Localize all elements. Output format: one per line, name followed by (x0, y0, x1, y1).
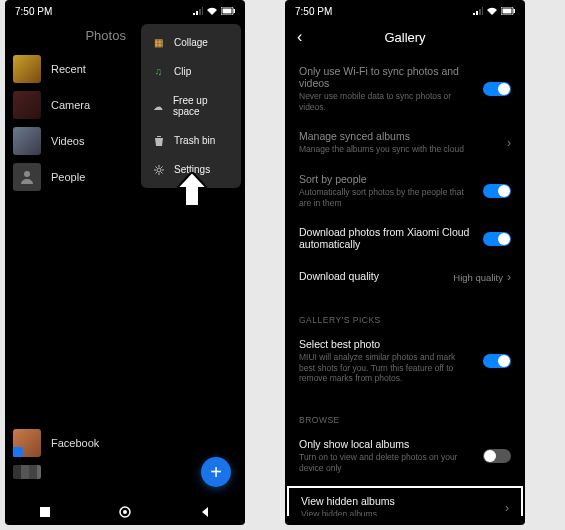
svg-point-7 (123, 510, 127, 514)
row-download-quality[interactable]: Download quality High quality › (299, 261, 511, 293)
album-label: Videos (51, 135, 84, 147)
setting-subtitle: Automatically sort photos by the people … (299, 187, 473, 208)
setting-title: View hidden albums (301, 495, 495, 507)
status-bar: 7:50 PM (285, 0, 525, 22)
album-thumb (13, 163, 41, 191)
album-thumb (13, 465, 41, 479)
album-label: Recent (51, 63, 86, 75)
setting-title: Manage synced albums (299, 130, 497, 142)
setting-title: Download quality (299, 270, 443, 282)
setting-title: Only show local albums (299, 438, 473, 450)
setting-subtitle: Never use mobile data to sync photos or … (299, 91, 473, 112)
plus-icon: + (210, 461, 222, 484)
settings-header: ‹ Gallery (285, 22, 525, 56)
row-view-hidden-albums[interactable]: View hidden albums View hidden albums › (301, 488, 509, 516)
status-time: 7:50 PM (15, 6, 52, 17)
back-button[interactable]: ‹ (297, 28, 302, 46)
row-download-auto[interactable]: Download photos from Xiaomi Cloud automa… (299, 217, 511, 261)
setting-subtitle: View hidden albums (301, 509, 495, 516)
setting-subtitle: Manage the albums you sync with the clou… (299, 144, 497, 155)
status-icons (193, 7, 235, 15)
menu-label: Trash bin (174, 135, 215, 146)
svg-rect-5 (40, 507, 50, 517)
nav-home-icon[interactable] (118, 505, 132, 519)
annotation-arrow-icon (177, 172, 207, 206)
album-thumb (13, 55, 41, 83)
cloud-icon: ☁ (153, 101, 163, 112)
menu-trash-bin[interactable]: Trash bin (141, 126, 241, 155)
battery-icon (221, 7, 235, 15)
menu-label: Free up space (173, 95, 229, 117)
page-title: Gallery (285, 30, 525, 45)
chevron-right-icon: › (507, 136, 511, 150)
wifi-icon (207, 7, 217, 15)
signal-icon (193, 7, 203, 15)
album-thumb (13, 91, 41, 119)
add-fab-button[interactable]: + (201, 457, 231, 487)
album-label: Camera (51, 99, 90, 111)
toggle-switch[interactable] (483, 354, 511, 368)
svg-rect-2 (234, 9, 236, 13)
toggle-switch[interactable] (483, 82, 511, 96)
person-icon (18, 168, 36, 186)
album-thumb (13, 127, 41, 155)
row-select-best-photo[interactable]: Select best photo MIUI will analyze simi… (299, 329, 511, 393)
setting-title: Download photos from Xiaomi Cloud automa… (299, 226, 473, 250)
album-thumb (13, 429, 41, 457)
chevron-right-icon: › (507, 270, 511, 284)
collage-icon: ▦ (153, 37, 164, 48)
status-time: 7:50 PM (295, 6, 332, 17)
signal-icon (473, 7, 483, 15)
row-manage-synced[interactable]: Manage synced albums Manage the albums y… (299, 121, 511, 164)
section-gallerys-picks: GALLERY'S PICKS (299, 315, 511, 325)
setting-subtitle: Turn on to view and delete photos on you… (299, 452, 473, 473)
trash-icon (153, 135, 164, 146)
toggle-switch[interactable] (483, 184, 511, 198)
music-icon: ♫ (153, 66, 164, 77)
overflow-menu: ▦ Collage ♫ Clip ☁ Free up space Trash b… (141, 24, 241, 188)
nav-back-icon[interactable] (199, 506, 211, 518)
row-wifi-sync[interactable]: Only use Wi-Fi to sync photos and videos… (299, 56, 511, 121)
menu-clip[interactable]: ♫ Clip (141, 57, 241, 86)
svg-point-4 (157, 168, 161, 172)
photos-app-screen: 7:50 PM Photos A Recent Camera Videos Pe… (5, 0, 245, 525)
album-label: Facebook (51, 437, 99, 449)
menu-free-up-space[interactable]: ☁ Free up space (141, 86, 241, 126)
battery-icon (501, 7, 515, 15)
album-facebook[interactable]: Facebook (13, 429, 237, 457)
setting-subtitle: MIUI will analyze similar photos and mar… (299, 352, 473, 384)
menu-label: Collage (174, 37, 208, 48)
row-only-local-albums[interactable]: Only show local albums Turn on to view a… (299, 429, 511, 482)
status-icons (473, 7, 515, 15)
wifi-icon (487, 7, 497, 15)
nav-bar (5, 499, 245, 525)
setting-value: High quality (453, 272, 503, 283)
menu-collage[interactable]: ▦ Collage (141, 28, 241, 57)
chevron-right-icon: › (505, 501, 509, 515)
setting-title: Only use Wi-Fi to sync photos and videos (299, 65, 473, 89)
setting-title: Sort by people (299, 173, 473, 185)
settings-list[interactable]: Only use Wi-Fi to sync photos and videos… (285, 56, 525, 516)
toggle-switch[interactable] (483, 232, 511, 246)
tab-photos[interactable]: Photos (85, 28, 125, 43)
svg-rect-9 (503, 9, 512, 14)
svg-rect-10 (514, 9, 516, 13)
svg-rect-1 (223, 9, 232, 14)
row-sort-by-people[interactable]: Sort by people Automatically sort photos… (299, 164, 511, 217)
nav-recents-icon[interactable] (39, 506, 51, 518)
setting-title: Select best photo (299, 338, 473, 350)
section-browse: BROWSE (299, 415, 511, 425)
toggle-switch[interactable] (483, 449, 511, 463)
svg-point-3 (24, 171, 30, 177)
gallery-settings-screen: 7:50 PM ‹ Gallery Only use Wi-Fi to sync… (285, 0, 525, 525)
status-bar: 7:50 PM (5, 0, 245, 22)
gear-icon (153, 164, 164, 175)
album-label: People (51, 171, 85, 183)
annotation-highlight: View hidden albums View hidden albums › (287, 486, 523, 516)
menu-label: Clip (174, 66, 191, 77)
